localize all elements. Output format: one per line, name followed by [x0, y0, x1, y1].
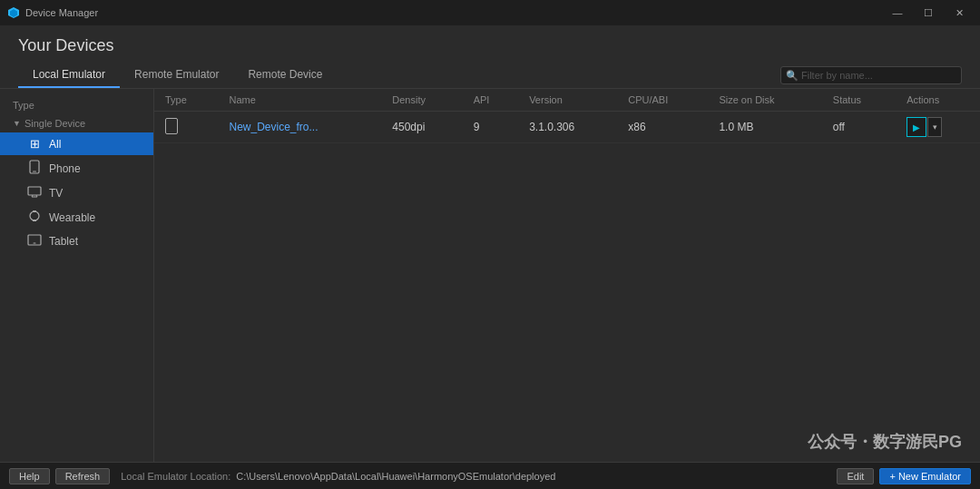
svg-rect-9 [33, 210, 36, 212]
more-button[interactable]: ▾ [927, 117, 942, 137]
col-api: API [463, 89, 518, 112]
minimize-button[interactable]: — [884, 5, 911, 21]
svg-rect-12 [34, 243, 36, 244]
sidebar-item-all[interactable]: ⊞ All [0, 132, 153, 155]
refresh-button[interactable]: Refresh [55, 468, 111, 484]
device-name-link[interactable]: New_Device_fro... [230, 121, 318, 133]
sidebar-item-tv[interactable]: TV [0, 181, 153, 205]
search-icon: 🔍 [786, 70, 799, 82]
play-button[interactable]: ▶ [906, 117, 926, 137]
svg-rect-4 [28, 187, 41, 195]
col-density: Density [381, 89, 462, 112]
page-header: Your Devices [0, 25, 980, 63]
row-cpu: x86 [617, 112, 708, 143]
sidebar-item-wearable[interactable]: Wearable [0, 205, 153, 230]
main-container: Your Devices Local Emulator Remote Emula… [0, 25, 980, 489]
col-status: Status [822, 89, 896, 112]
sidebar-item-tablet[interactable]: Tablet [0, 230, 153, 253]
col-actions: Actions [896, 89, 980, 112]
row-size: 1.0 MB [708, 112, 821, 143]
row-type [154, 112, 219, 143]
row-api: 9 [463, 112, 518, 143]
col-size: Size on Disk [708, 89, 821, 112]
title-bar-left: Device Manager [7, 6, 98, 19]
title-bar: Device Manager — ☐ ✕ [0, 0, 980, 25]
all-icon: ⊞ [27, 137, 42, 151]
window-controls: — ☐ ✕ [884, 5, 973, 21]
sidebar-type-label: Type [0, 96, 153, 114]
new-emulator-button[interactable]: + New Emulator [879, 468, 971, 484]
filter-wrap: 🔍 [780, 66, 962, 84]
row-actions: ▶ ▾ [896, 112, 980, 143]
sidebar-item-phone[interactable]: Phone [0, 155, 153, 181]
maximize-button[interactable]: ☐ [915, 5, 942, 21]
col-name: Name [219, 89, 382, 112]
tab-remote-emulator[interactable]: Remote Emulator [120, 63, 233, 88]
table-row: New_Device_fro... 450dpi 9 3.1.0.306 x86… [154, 112, 980, 143]
collapse-arrow-icon: ▼ [13, 119, 21, 128]
svg-rect-10 [33, 220, 36, 221]
filter-input[interactable] [780, 66, 962, 84]
tab-remote-device[interactable]: Remote Device [233, 63, 337, 88]
tabs: Local Emulator Remote Emulator Remote De… [18, 63, 337, 88]
actions-cell: ▶ ▾ [906, 117, 969, 137]
svg-rect-3 [33, 171, 36, 172]
row-name: New_Device_fro... [219, 112, 382, 143]
svg-point-8 [30, 211, 39, 220]
location-label: Local Emulator Location: [121, 471, 230, 482]
tablet-icon [27, 234, 42, 249]
wearable-icon [27, 210, 42, 225]
edit-button[interactable]: Edit [837, 468, 874, 484]
col-version: Version [518, 89, 617, 112]
row-version: 3.1.0.306 [518, 112, 617, 143]
location-path: C:\Users\Lenovo\AppData\Local\Huawei\Har… [236, 471, 555, 482]
col-cpu: CPU/ABI [617, 89, 708, 112]
help-button[interactable]: Help [9, 468, 50, 484]
footer: Help Refresh Local Emulator Location: C:… [0, 462, 980, 489]
col-type: Type [154, 89, 219, 112]
tv-icon [27, 186, 42, 200]
tab-bar: Local Emulator Remote Emulator Remote De… [0, 63, 980, 89]
device-table: Type Name Density API Version CPU/ABI Si… [154, 89, 980, 143]
table-area: Type Name Density API Version CPU/ABI Si… [154, 89, 980, 462]
footer-right: Edit + New Emulator [837, 468, 971, 484]
row-status: off [822, 112, 896, 143]
close-button[interactable]: ✕ [946, 5, 973, 21]
tab-local-emulator[interactable]: Local Emulator [18, 63, 120, 88]
app-icon [7, 6, 20, 19]
phone-icon [27, 160, 42, 177]
page-title: Your Devices [18, 36, 962, 55]
device-type-icon [165, 118, 178, 134]
content-area: Type ▼ Single Device ⊞ All Phone TV [0, 89, 980, 462]
row-density: 450dpi [381, 112, 462, 143]
app-title: Device Manager [25, 7, 98, 18]
sidebar-single-device-label: ▼ Single Device [0, 114, 153, 132]
sidebar: Type ▼ Single Device ⊞ All Phone TV [0, 89, 154, 462]
